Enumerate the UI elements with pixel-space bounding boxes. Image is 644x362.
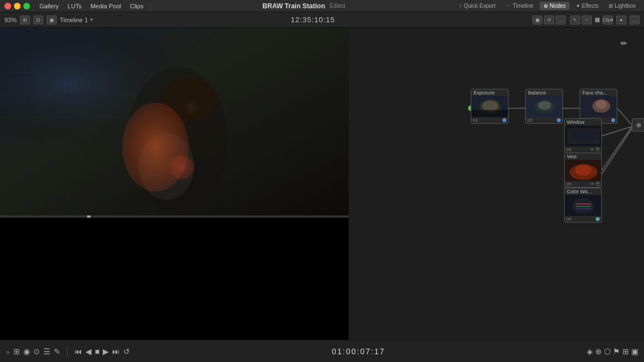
menu-center: BRAW Train Station Edited	[153, 2, 454, 10]
color-icon[interactable]: ⬡	[604, 347, 611, 356]
node-vest-label: Vest	[565, 153, 601, 160]
skip-back[interactable]: ⏮	[74, 347, 82, 356]
node-balance-footer: 02	[526, 117, 562, 123]
toolbar: 93% ⊞ ⊟ ▣ Timeline 1 ▾ 12:35:10:15 ▣ ↺ ……	[0, 12, 644, 28]
hand-tool[interactable]: ☞	[582, 16, 592, 24]
svg-point-33	[596, 100, 607, 109]
menu-gallery[interactable]: Gallery	[36, 2, 63, 11]
transport-bar: ⬦ ⊞ ◉ ⊙ ☰ ✎ ⏮ ◀ ■ ▶ ⏭ ↺ 01:00:07:17 ◈ ⊕ …	[0, 340, 644, 362]
toolbar-dot	[595, 18, 600, 22]
playback-controls: ⬦ ⊞ ◉ ⊙ ☰ ✎	[6, 347, 61, 356]
close-button[interactable]	[4, 3, 11, 9]
fx-icon[interactable]: ◈	[587, 347, 593, 356]
skip-forward[interactable]: ⏭	[112, 347, 120, 356]
node-exposure-thumb	[471, 96, 509, 117]
grid-icon[interactable]: ⊞	[622, 347, 629, 356]
node-exposure[interactable]: Exposure 01	[471, 89, 509, 124]
quick-export-btn[interactable]: ↑ Quick Export	[455, 2, 499, 10]
menu-right: ↑ Quick Export ⋯ Timeline ⊕ Nodes ✦ Effe…	[455, 2, 640, 10]
node-exposure-footer: 01	[471, 117, 508, 123]
timeline-btn[interactable]: ⋯ Timeline	[501, 2, 537, 10]
node-colorwarper[interactable]: Color Wa... 06	[564, 188, 602, 223]
scrubber-position	[87, 215, 90, 218]
menu-luts[interactable]: LUTs	[64, 2, 85, 11]
node-balance-label: Balance	[526, 89, 562, 96]
node-window-label: Window	[565, 119, 601, 125]
svg-rect-44	[576, 208, 591, 209]
node-face-thumb	[580, 96, 617, 117]
transport-sep	[67, 346, 68, 357]
node-window-thumb	[565, 125, 602, 147]
svg-rect-13	[0, 28, 349, 215]
toolbar-btn-1[interactable]: ⊞	[20, 16, 30, 24]
zoom-level: 93%	[4, 17, 17, 23]
tool-icon-4[interactable]: ⊙	[33, 347, 40, 356]
node-exposure-label: Exposure	[471, 89, 508, 96]
lightbox-btn[interactable]: ⊞ Lightbox	[605, 2, 640, 10]
tool-icon-2[interactable]: ⊞	[13, 347, 20, 356]
nodes-panel: ✏ Exposure	[349, 28, 644, 340]
node-balance[interactable]: Balance 02	[525, 89, 563, 124]
more-options[interactable]: …	[630, 16, 640, 24]
tool-icon-1[interactable]: ⬦	[6, 347, 10, 356]
maximize-button[interactable]	[23, 3, 30, 9]
zoom-icon[interactable]: ⊕	[595, 347, 602, 356]
node-window[interactable]: Window 04 ✏ ☰	[564, 118, 602, 153]
tool-icon-3[interactable]: ◉	[23, 347, 30, 356]
pen-icon[interactable]: ✏	[621, 39, 627, 48]
play-btn[interactable]: ▶	[103, 347, 109, 356]
minimize-button[interactable]	[14, 3, 21, 9]
clip-dropdown[interactable]: Clip ▾	[603, 16, 613, 24]
clip-dot: ●	[616, 16, 626, 24]
menu-clips[interactable]: Clips	[126, 2, 147, 11]
node-dot	[611, 118, 615, 122]
video-preview	[0, 28, 349, 215]
tool-icon-5[interactable]: ☰	[43, 347, 51, 356]
node-colorwarper-footer: 06	[565, 216, 601, 222]
node-vest[interactable]: Vest 05 ✏ ☰	[564, 153, 602, 188]
monitor-icon[interactable]: ▣	[631, 347, 638, 356]
toolbar-btn-3[interactable]: ▣	[47, 16, 57, 24]
svg-rect-27	[471, 110, 509, 117]
preview-panel	[0, 28, 349, 340]
node-vest-thumb	[565, 160, 602, 181]
node-colorwarper-label: Color Wa...	[565, 188, 601, 195]
cursor-tool[interactable]: ↖	[570, 16, 580, 24]
main-area: ✏ Exposure	[0, 28, 644, 340]
node-face-label: Face sha...	[580, 89, 617, 96]
app-title: BRAW Train Station	[263, 2, 325, 10]
node-colorwarper-thumb	[565, 195, 602, 216]
toolbar-icon-1[interactable]: ▣	[532, 16, 542, 24]
loop-btn[interactable]: ↺	[123, 347, 130, 356]
svg-point-30	[538, 101, 551, 110]
svg-rect-36	[570, 130, 597, 141]
node-dot	[557, 118, 561, 122]
nodes-btn[interactable]: ⊕ Nodes	[540, 2, 570, 10]
edited-badge: Edited	[329, 3, 345, 9]
toolbar-timecode: 12:35:10:15	[98, 16, 528, 24]
frame-back[interactable]: ◀	[85, 347, 92, 356]
node-dot	[502, 118, 506, 122]
node-vest-footer: 05 ✏ ☰	[565, 181, 601, 187]
effects-btn[interactable]: ✦ Effects	[572, 2, 602, 10]
menu-media-pool[interactable]: Media Pool	[87, 2, 125, 11]
svg-point-39	[575, 164, 592, 175]
svg-line-16	[617, 108, 632, 125]
flag-icon[interactable]: ⚑	[613, 347, 620, 356]
stop-btn[interactable]: ■	[95, 347, 99, 356]
toolbar-icon-2[interactable]: ↺	[544, 16, 554, 24]
transport-timecode: 01:00:07:17	[134, 347, 582, 356]
svg-line-19	[601, 127, 632, 171]
toolbar-icon-3[interactable]: …	[556, 16, 566, 24]
svg-rect-43	[576, 206, 591, 207]
preview-scrubber[interactable]	[0, 215, 349, 218]
svg-rect-42	[576, 203, 591, 205]
timeline-selector[interactable]: Timeline 1 ▾	[60, 16, 93, 23]
node-balance-thumb	[526, 96, 563, 117]
window-controls	[4, 3, 30, 9]
toolbar-btn-2[interactable]: ⊟	[33, 16, 43, 24]
node-combine[interactable]: ⊕	[632, 118, 644, 132]
tool-icon-6[interactable]: ✎	[54, 347, 61, 356]
node-dot	[596, 217, 600, 221]
svg-line-17	[601, 127, 632, 136]
